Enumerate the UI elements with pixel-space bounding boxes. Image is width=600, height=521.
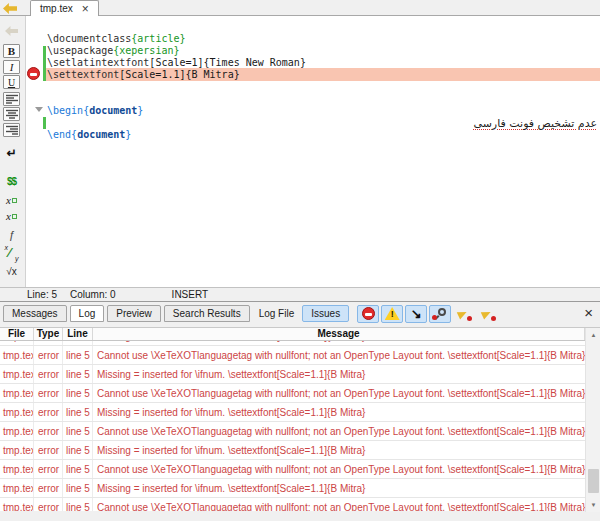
tab-tmp-tex[interactable]: tmp.tex × — [30, 0, 99, 16]
align-center-button[interactable] — [3, 107, 20, 121]
show-bad-boxes-button[interactable]: ↘ — [405, 305, 427, 323]
status-line: Line: 5 — [27, 289, 57, 300]
underline-button[interactable]: U — [3, 75, 20, 89]
toggle-log-file[interactable]: Log File — [259, 308, 295, 319]
log-cell-file: tmp.tex — [0, 346, 34, 364]
editor-line[interactable]: \documentclass{article} — [47, 33, 597, 45]
code-segment-kwblue: \begin — [47, 105, 83, 116]
code-segment-kwblue: } — [125, 129, 131, 140]
log-cell-type: error — [34, 460, 63, 478]
log-row[interactable]: tmp.texerrorline 5Missing = inserted for… — [0, 479, 585, 498]
editor-line[interactable]: \settextfont[Scale=1.1]{B Mitra} — [47, 69, 597, 81]
scrollbar-thumb[interactable] — [588, 469, 599, 493]
fraction-button[interactable]: x⁄y — [3, 246, 20, 260]
back-arrow-icon[interactable] — [3, 3, 17, 14]
log-cell-file: tmp.tex — [0, 384, 34, 402]
log-cell-file: tmp.tex — [0, 365, 34, 383]
magnifier-icon — [438, 308, 446, 316]
newline-icon: ↵ — [6, 146, 16, 160]
log-scrollbar[interactable]: ▲ ▼ — [585, 328, 600, 512]
log-cell-message: Missing = inserted for \ifnum. \settextf… — [93, 441, 585, 459]
log-cell-line: line 5 — [63, 460, 93, 478]
log-cell-type: error — [34, 403, 63, 421]
log-cell-line: line 5 — [63, 441, 93, 459]
log-row[interactable]: tmp.texerrorline 5Missing = inserted for… — [0, 365, 585, 384]
code-segment-cmd: \usepackage — [47, 45, 113, 56]
code-segment-cmd: \documentclass — [47, 33, 131, 44]
italic-icon: I — [10, 61, 14, 73]
tab-search-results[interactable]: Search Results — [164, 305, 250, 322]
log-cell-line: line 5 — [63, 346, 93, 364]
editor-line[interactable]: \begin{document} — [47, 105, 597, 117]
align-center-icon — [6, 109, 18, 119]
log-cell-message: Missing = inserted for \ifnum. \settextf… — [93, 403, 585, 421]
code-segment-green: {xepersian} — [113, 45, 179, 56]
log-cell-message: Cannot use \XeTeXOTlanguagetag with null… — [93, 460, 585, 478]
sqrt-button[interactable]: √x — [3, 264, 20, 278]
scroll-down-icon[interactable]: ▼ — [586, 498, 600, 512]
log-row[interactable]: tmp.texerrorline 5Cannot use \XeTeXOTlan… — [0, 422, 585, 441]
log-row[interactable]: tmp.texerrorline 5Cannot use \XeTeXOTlan… — [0, 460, 585, 479]
diagonal-arrow-icon: ↘ — [411, 306, 422, 321]
log-cell-line: line 5 — [63, 341, 93, 345]
log-row[interactable]: tmp.texerrorline 5Missing = inserted for… — [0, 441, 585, 460]
scroll-up-icon[interactable]: ▲ — [586, 328, 600, 342]
code-segment-plain: [Scale=1.1] — [119, 69, 185, 80]
italic-button[interactable]: I — [3, 60, 20, 74]
next-error-button[interactable] — [477, 305, 499, 323]
tab-messages[interactable]: Messages — [3, 305, 67, 322]
editor-line[interactable]: \end{document} — [47, 129, 597, 141]
fraction-small-button[interactable]: ƒ — [3, 228, 20, 242]
previous-error-button[interactable] — [453, 305, 475, 323]
tab-close-icon[interactable]: × — [82, 4, 89, 14]
header-message[interactable]: Message — [93, 328, 585, 340]
log-table-body-inner: tmp.texerrorline 5Missing = inserted for… — [0, 341, 585, 511]
log-cell-message: Cannot use \XeTeXOTlanguagetag with null… — [93, 422, 585, 440]
tab-preview[interactable]: Preview — [107, 305, 161, 322]
panel-close-icon[interactable]: × — [584, 305, 593, 320]
forward-arrow-icon[interactable] — [3, 24, 20, 38]
log-row[interactable]: tmp.texerrorline 5Cannot use \XeTeXOTlan… — [0, 384, 585, 403]
format-sidebar: B I U ↵ $$ x x ƒ x⁄y √x — [0, 16, 26, 287]
search-log-button[interactable] — [429, 305, 451, 323]
code-segment-plain: {B Mitra} — [185, 69, 239, 80]
fraction-small-icon: ƒ — [8, 229, 14, 241]
align-left-button[interactable] — [3, 92, 20, 106]
status-insert-mode: INSERT — [172, 289, 209, 300]
toggle-issues[interactable]: Issues — [302, 305, 349, 322]
stop-icon — [362, 307, 375, 320]
show-warnings-button[interactable]: ! — [381, 305, 403, 323]
code-segment-cmd: \settextfont — [47, 69, 119, 80]
texstudio-window: tmp.tex × B I U ↵ $$ x x ƒ x⁄y √x — [0, 0, 600, 521]
tab-log[interactable]: Log — [70, 305, 105, 322]
header-line[interactable]: Line — [63, 328, 93, 340]
subscript-button[interactable]: x — [3, 193, 20, 207]
align-left-icon — [6, 94, 18, 104]
superscript-button[interactable]: x — [3, 209, 20, 223]
code-segment-plain: [Scale=1] — [149, 57, 203, 68]
show-errors-button[interactable] — [357, 305, 379, 323]
editor-area[interactable]: \documentclass{article}\usepackage{xeper… — [26, 16, 600, 287]
panel-tabbar: Messages Log Preview Search Results Log … — [3, 304, 501, 323]
log-row[interactable]: tmp.texerrorline 5Cannot use \XeTeXOTlan… — [0, 498, 585, 511]
superscript-icon: x — [6, 210, 11, 222]
editor-line[interactable]: \setlatintextfont[Scale=1]{Times New Rom… — [47, 57, 597, 69]
inline-math-button[interactable]: $$ — [3, 174, 20, 188]
log-row[interactable]: tmp.texerrorline 5Missing = inserted for… — [0, 403, 585, 422]
fold-triangle-icon[interactable] — [35, 107, 43, 112]
editor-line[interactable]: \usepackage{xepersian} — [47, 45, 597, 57]
bold-button[interactable]: B — [3, 44, 20, 58]
change-marker-bar — [43, 46, 46, 81]
messages-log-panel: Messages Log Preview Search Results Log … — [0, 302, 600, 521]
header-file[interactable]: File — [0, 328, 34, 340]
log-cell-line: line 5 — [63, 403, 93, 421]
change-marker-bar — [43, 117, 46, 129]
align-right-button[interactable] — [3, 123, 20, 137]
error-gutter-mark[interactable] — [27, 67, 40, 80]
header-type[interactable]: Type — [34, 328, 63, 340]
log-row[interactable]: tmp.texerrorline 5Cannot use \XeTeXOTlan… — [0, 346, 585, 365]
log-cell-type: error — [34, 498, 63, 511]
newline-button[interactable]: ↵ — [3, 146, 20, 160]
log-cell-type: error — [34, 441, 63, 459]
warning-icon: ! — [385, 307, 400, 320]
